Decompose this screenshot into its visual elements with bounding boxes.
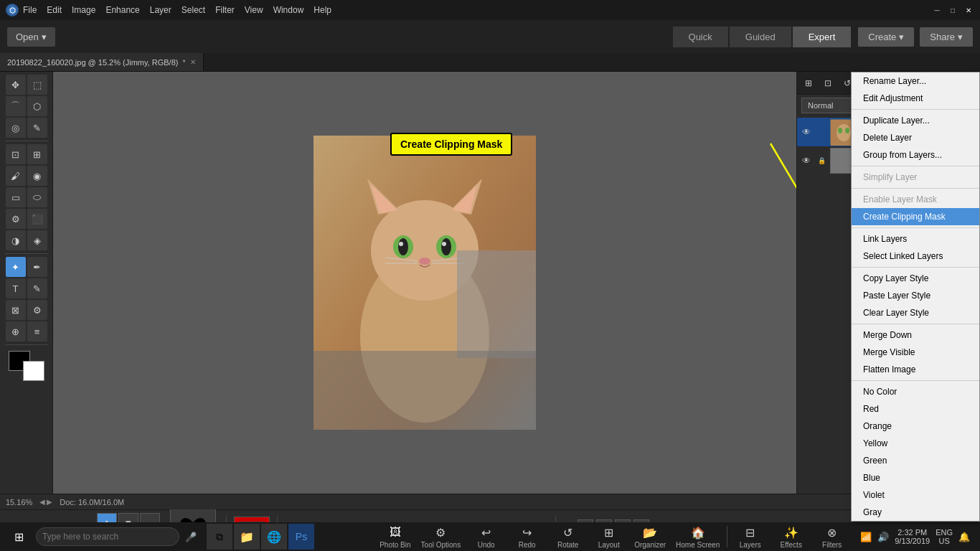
close-button[interactable]: ✕ — [963, 4, 974, 16]
menu-image[interactable]: Image — [72, 5, 95, 15]
brush-tool[interactable]: 🖌 — [6, 166, 26, 186]
text-tool[interactable]: T — [6, 278, 26, 298]
ctx-green[interactable]: Green — [852, 452, 979, 469]
home-screen-button[interactable]: 🏠 Home Screen — [672, 523, 724, 550]
ctx-group-from-layers[interactable]: Group from Layers... — [852, 146, 979, 164]
lasso-tool[interactable]: ⌒ — [6, 96, 26, 116]
maximize-button[interactable]: □ — [947, 4, 958, 16]
pencil-tool[interactable]: ✎ — [27, 278, 47, 298]
filters-button[interactable]: ⊗ Filters — [812, 523, 852, 550]
chrome-button[interactable]: 🌐 — [261, 524, 287, 550]
move-tool[interactable]: ✥ — [6, 75, 26, 95]
panel-tool-2[interactable]: ⊡ — [819, 75, 837, 92]
dodge-tool[interactable]: ◑ — [6, 230, 26, 250]
ctx-flatten-image[interactable]: Flatten Image — [852, 361, 979, 378]
ctx-merge-down[interactable]: Merge Down — [852, 326, 979, 344]
layer-visibility-1[interactable]: 👁 — [800, 154, 813, 167]
layer-visibility-jimmy[interactable]: 👁 — [800, 126, 813, 138]
nav-prev-button[interactable]: ◀ — [39, 498, 45, 506]
ctx-clear-layer-style[interactable]: Clear Layer Style — [852, 304, 979, 321]
effects-button[interactable]: ✨ Effects — [771, 523, 811, 550]
menu-file[interactable]: File — [23, 5, 37, 15]
canvas-area[interactable]: Create Clipping Mask — [53, 72, 796, 494]
rotate-button[interactable]: ↺ Rotate — [548, 523, 588, 550]
ctx-rename-layer[interactable]: Rename Layer... — [852, 72, 979, 90]
file-explorer-button[interactable]: 📁 — [234, 524, 260, 550]
fill-tool[interactable]: ⬭ — [27, 187, 47, 207]
redo-button[interactable]: ↪ Redo — [507, 523, 547, 550]
transform-tool[interactable]: ⊠ — [6, 300, 26, 320]
ctx-gray[interactable]: Gray — [852, 504, 979, 521]
photo-bin-button[interactable]: 🖼 Photo Bin — [375, 523, 415, 550]
create-button[interactable]: Create ▾ — [858, 27, 914, 47]
notification-icon[interactable]: 🔔 — [958, 532, 970, 542]
menu-enhance[interactable]: Enhance — [105, 5, 139, 15]
tab-bar: 20190822_160020.jpg @ 15.2% (Jimmy, RGB/… — [0, 53, 980, 72]
ctx-violet[interactable]: Violet — [852, 486, 979, 504]
background-color[interactable] — [23, 361, 44, 381]
marquee-tool[interactable]: ⬚ — [27, 75, 47, 95]
ctx-create-clipping-mask[interactable]: Create Clipping Mask — [852, 208, 979, 225]
ctx-sep-5 — [852, 267, 979, 268]
smart-brush-tool[interactable]: ⚙ — [6, 209, 26, 229]
ctx-no-color[interactable]: No Color — [852, 383, 979, 400]
recompose-tool[interactable]: ⊞ — [27, 144, 47, 164]
ctx-duplicate-layer[interactable]: Duplicate Layer... — [852, 112, 979, 129]
canvas-image — [314, 136, 536, 430]
network-icon: 📶 — [860, 532, 872, 542]
ctx-orange[interactable]: Orange — [852, 418, 979, 435]
ctx-blue[interactable]: Blue — [852, 469, 979, 486]
ctx-edit-adjustment[interactable]: Edit Adjustment — [852, 90, 979, 107]
nav-next-button[interactable]: ▶ — [47, 498, 52, 506]
tab-quick[interactable]: Quick — [673, 27, 728, 47]
tab-guided[interactable]: Guided — [730, 27, 791, 47]
taskview-button[interactable]: ⧉ — [207, 524, 232, 550]
eyedropper-tool[interactable]: ✎ — [27, 118, 47, 138]
share-button[interactable]: Share ▾ — [920, 27, 973, 47]
tab-close-button[interactable]: ✕ — [190, 58, 196, 66]
eraser-tool[interactable]: ▭ — [6, 187, 26, 207]
ctx-yellow[interactable]: Yellow — [852, 435, 979, 452]
start-button[interactable]: ⊞ — [4, 522, 33, 551]
menu-edit[interactable]: Edit — [47, 5, 62, 15]
layout-button[interactable]: ⊞ Layout — [589, 523, 628, 550]
menu-window[interactable]: Window — [273, 5, 304, 15]
undo-button[interactable]: ↩ Undo — [466, 523, 506, 550]
arrow-line — [641, 136, 796, 330]
menu-filter[interactable]: Filter — [215, 5, 235, 15]
menu-view[interactable]: View — [245, 5, 263, 15]
zoom-tool[interactable]: ⊕ — [6, 321, 26, 342]
open-button[interactable]: Open ▾ — [7, 27, 55, 47]
menu-select[interactable]: Select — [182, 5, 205, 15]
layers-tool[interactable]: ≡ — [27, 321, 47, 342]
eye-tool[interactable]: ◎ — [6, 118, 26, 138]
ctx-delete-layer[interactable]: Delete Layer — [852, 129, 979, 146]
panel-tool-1[interactable]: ⊞ — [800, 75, 817, 92]
minimize-button[interactable]: ─ — [931, 4, 943, 16]
taskbar-divider — [727, 526, 727, 547]
document-tab[interactable]: 20190822_160020.jpg @ 15.2% (Jimmy, RGB/… — [0, 53, 204, 71]
ctx-paste-layer-style[interactable]: Paste Layer Style — [852, 287, 979, 304]
crop-tool[interactable]: ⊡ — [6, 144, 26, 164]
tab-expert[interactable]: Expert — [793, 27, 852, 47]
ctx-link-layers[interactable]: Link Layers — [852, 230, 979, 248]
photoshop-button[interactable]: Ps — [288, 524, 314, 550]
ctx-merge-visible[interactable]: Merge Visible — [852, 344, 979, 361]
shape-tool[interactable]: ✦ — [6, 257, 26, 277]
ctx-red[interactable]: Red — [852, 400, 979, 418]
ctx-select-linked-layers[interactable]: Select Linked Layers — [852, 248, 979, 265]
stamp-tool[interactable]: ◉ — [27, 166, 47, 186]
organizer-button[interactable]: 📂 Organizer — [630, 523, 670, 550]
tool-options-button[interactable]: ⚙ Tool Options — [417, 523, 466, 550]
menu-layer[interactable]: Layer — [150, 5, 171, 15]
settings-tool[interactable]: ⚙ — [27, 300, 47, 320]
menu-help[interactable]: Help — [314, 5, 331, 15]
polygonal-lasso-tool[interactable]: ⬡ — [27, 96, 47, 116]
ctx-copy-layer-style[interactable]: Copy Layer Style — [852, 270, 979, 287]
filters-icon: ⊗ — [824, 524, 840, 540]
detail-smart-tool[interactable]: ⬛ — [27, 209, 47, 229]
layers-button[interactable]: ⊟ Layers — [730, 523, 770, 550]
blur-tool[interactable]: ◈ — [27, 230, 47, 250]
search-input[interactable] — [36, 527, 179, 546]
pen-tool[interactable]: ✒ — [27, 257, 47, 277]
